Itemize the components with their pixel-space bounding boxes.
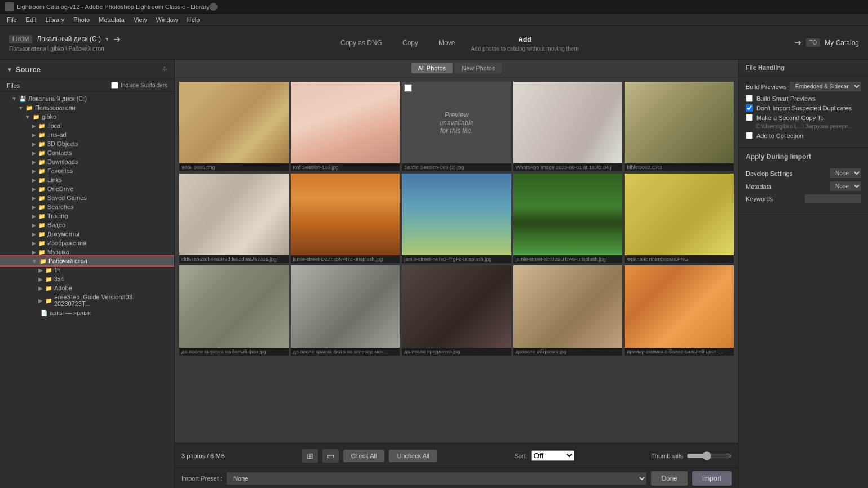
make-second-copy-row[interactable]: Make a Second Copy To: — [746, 114, 861, 121]
dont-import-duplicates-label: Don't Import Suspected Duplicates — [756, 105, 852, 112]
tree-item-изображения[interactable]: ▶📁Изображения — [0, 238, 174, 247]
photo-item[interactable]: до-после предметка.jpg — [402, 265, 511, 355]
photo-thumbnail — [513, 174, 623, 255]
tree-expand-icon: ▶ — [38, 285, 43, 291]
build-previews-select[interactable]: Embedded & Sidecar Minimal Standard 1:1 — [790, 82, 861, 91]
tree-item-searches[interactable]: ▶📁Searches — [0, 202, 174, 211]
import-mode-copy-dng[interactable]: Copy as DNG — [336, 37, 387, 49]
photo-item[interactable]: jamie-street-wrtlJ3SUTrAw-unsplash.jpg — [513, 174, 623, 263]
tree-item-downloads[interactable]: ▶📁Downloads — [0, 157, 174, 166]
add-to-collection-checkbox[interactable] — [746, 132, 753, 139]
tree-item-3d-objects[interactable]: ▶📁3D Objects — [0, 139, 174, 148]
photo-item[interactable]: WhatsApp Image 2023-08-01 at 18.42.04.j — [513, 82, 623, 171]
tree-item-.local[interactable]: ▶📁.local — [0, 121, 174, 130]
import-mode-add[interactable]: Add — [513, 33, 535, 46]
photo-item[interactable]: до-после вырезка на белый фон.jpg — [179, 265, 289, 355]
photo-thumbnail — [625, 174, 734, 255]
import-mode-move[interactable]: Move — [434, 37, 459, 49]
source-add-button[interactable]: + — [162, 64, 167, 74]
photo-item[interactable]: blbkn3082.CR3 — [625, 82, 734, 171]
bottom-toolbar: 3 photos / 6 MB ⊞ ▭ Check All Uncheck Al… — [175, 443, 738, 468]
file-handling-header: File Handling — [739, 60, 868, 76]
build-previews-section: Build Previews Embedded & Sidecar Minima… — [739, 76, 868, 148]
tree-item-1т[interactable]: ▶📁1т — [0, 265, 174, 274]
app: FROM Локальный диск (С:) ▾ ➜ Пользовател… — [0, 26, 868, 488]
build-smart-previews-row[interactable]: Build Smart Previews — [746, 95, 861, 102]
tree-item-gibko[interactable]: ▼📁gibko — [0, 112, 174, 121]
tree-item-contacts[interactable]: ▶📁Contacts — [0, 148, 174, 157]
menu-item-photo[interactable]: Photo — [69, 15, 94, 24]
metadata-select[interactable]: None — [830, 181, 861, 191]
sort-select[interactable]: Off Filename Date — [531, 450, 574, 461]
done-button[interactable]: Done — [651, 471, 688, 486]
menu-item-metadata[interactable]: Metadata — [94, 15, 129, 24]
tree-expand-icon: ▼ — [11, 96, 17, 102]
tree-item-label: Links — [47, 176, 62, 183]
photo-item[interactable]: пример-снимка-с-более-сильной-цвет-... — [625, 265, 734, 355]
tree-item-арты-—-ярлык[interactable]: 📄арты — ярлык — [0, 308, 174, 317]
make-second-copy-label: Make a Second Copy To: — [756, 114, 826, 121]
menu-item-edit[interactable]: Edit — [21, 15, 41, 24]
tree-item-tracing[interactable]: ▶📁Tracing — [0, 211, 174, 220]
tree-item-onedrive[interactable]: ▶📁OneDrive — [0, 184, 174, 193]
source-expand-icon[interactable]: ▼ — [7, 66, 12, 73]
tab-all-photos[interactable]: All Photos — [411, 63, 453, 73]
tree-item-пользователи[interactable]: ▼📁Пользователи — [0, 103, 174, 112]
menu-item-view[interactable]: View — [129, 15, 152, 24]
loupe-view-button[interactable]: ▭ — [322, 449, 339, 463]
tree-item-favorites[interactable]: ▶📁Favorites — [0, 166, 174, 175]
tree-expand-icon: ▶ — [32, 240, 36, 246]
build-smart-previews-checkbox[interactable] — [746, 95, 753, 102]
make-second-copy-checkbox[interactable] — [746, 114, 753, 121]
tree-item-adobe[interactable]: ▶📁Adobe — [0, 283, 174, 292]
include-subfolders[interactable]: Include Subfolders — [111, 82, 167, 89]
tree-expand-icon: ▶ — [38, 276, 43, 282]
tree-item-музыка[interactable]: ▶📁Музыка — [0, 247, 174, 256]
from-arrow-button[interactable]: ➜ — [113, 34, 121, 45]
close-button[interactable] — [210, 3, 218, 11]
check-all-button[interactable]: Check All — [343, 450, 385, 462]
develop-settings-select[interactable]: None — [830, 168, 861, 178]
tree-item-локальный-диск-(с:)[interactable]: ▼💾Локальный диск (С:) — [0, 94, 174, 103]
photo-item[interactable]: Krd Session-165.jpg — [291, 82, 400, 171]
photo-item[interactable]: Preview unavailable for this file.Studio… — [402, 82, 511, 171]
add-to-collection-row[interactable]: Add to Collection — [746, 132, 861, 139]
tree-item-рабочий-стол[interactable]: ▼📁Рабочий стол — [0, 256, 174, 265]
keywords-input[interactable] — [805, 194, 861, 203]
from-section: FROM Локальный диск (С:) ▾ ➜ Пользовател… — [9, 34, 121, 52]
include-subfolders-checkbox[interactable] — [111, 82, 118, 89]
photo-item[interactable]: jamie-street-n4TIO-fTgPc-unsplash.jpg — [402, 174, 511, 263]
photo-item[interactable]: до-после правка фото по запросу, мон... — [291, 265, 400, 355]
photo-thumbnail — [625, 82, 734, 163]
menu-item-help[interactable]: Help — [183, 15, 205, 24]
preset-select[interactable]: None — [227, 472, 646, 485]
grid-view-button[interactable]: ⊞ — [302, 449, 318, 463]
photo-checkbox[interactable] — [404, 84, 412, 92]
tree-item-saved-games[interactable]: ▶📁Saved Games — [0, 193, 174, 202]
menu-item-file[interactable]: File — [2, 15, 21, 24]
tree-item-.ms-ad[interactable]: ▶📁.ms-ad — [0, 130, 174, 139]
tree-item-links[interactable]: ▶📁Links — [0, 175, 174, 184]
photo-item[interactable]: допосле обтравка.jpg — [513, 265, 623, 355]
import-button[interactable]: Import — [692, 471, 732, 486]
photo-item[interactable]: cld57ab526b449349dde52dea5f67325.jpg — [179, 174, 289, 263]
tab-new-photos[interactable]: New Photos — [455, 63, 502, 73]
tree-item-видео[interactable]: ▶📁Видео — [0, 220, 174, 229]
tree-item-freestep_guide-versi[interactable]: ▶📁FreeStep_Guide Version#03-20230723T... — [0, 292, 174, 308]
from-dropdown-icon[interactable]: ▾ — [105, 36, 109, 43]
menu-item-window[interactable]: Window — [152, 15, 183, 24]
import-mode-copy[interactable]: Copy — [398, 37, 423, 49]
tree-item-документы[interactable]: ▶📁Документы — [0, 229, 174, 238]
photo-item[interactable]: jamie-street-DZ3bxpNPt7c-unsplash.jpg — [291, 174, 400, 263]
photo-item[interactable]: IMG_9685.png — [179, 82, 289, 171]
photo-item[interactable]: Фриланс платформа.PNG — [625, 174, 734, 263]
second-copy-path: C:\Users\gibko L...\ Загрузка резерв... — [746, 123, 861, 130]
menu-item-library[interactable]: Library — [41, 15, 69, 24]
uncheck-all-button[interactable]: Uncheck All — [389, 450, 437, 462]
thumbnail-size-slider[interactable] — [687, 451, 732, 460]
tree-item-3х4[interactable]: ▶📁3х4 — [0, 274, 174, 283]
dont-import-duplicates-checkbox[interactable] — [746, 104, 753, 112]
dont-import-duplicates-row[interactable]: Don't Import Suspected Duplicates — [746, 104, 861, 112]
photo-filename: blbkn3082.CR3 — [625, 163, 734, 171]
keywords-label: Keywords — [746, 196, 773, 202]
